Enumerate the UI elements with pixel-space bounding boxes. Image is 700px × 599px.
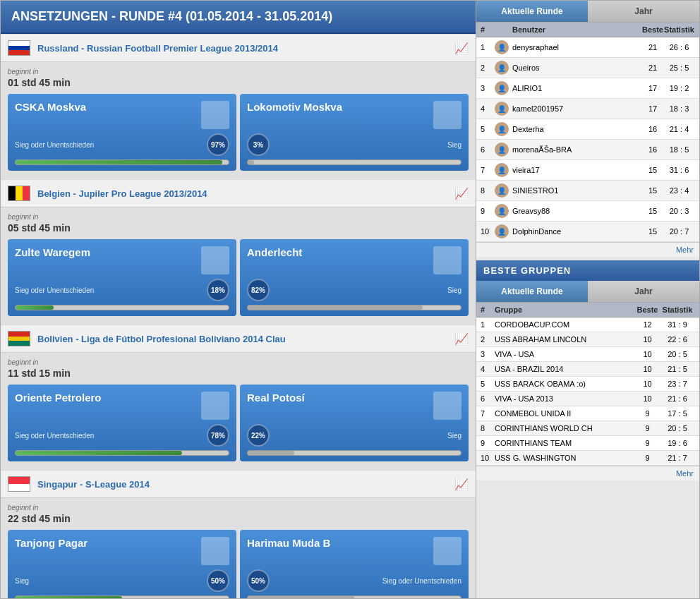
- team1-percent-russia: 97%: [207, 133, 229, 156]
- team2-percent-bolivia: 22%: [247, 424, 270, 447]
- team2-bet-bolivia: Sieg: [447, 432, 461, 440]
- group-rank-7: 8: [481, 424, 495, 432]
- groups-table-header: # Gruppe Beste Statistik: [476, 303, 699, 317]
- group-beste-7: 9: [635, 424, 660, 432]
- league-header-bolivia: Bolivien - Liga de Fútbol Profesional Bo…: [1, 325, 476, 353]
- group-stat-2: 20 : 5: [660, 350, 695, 358]
- user-avatar-3: 👤: [495, 102, 512, 116]
- user-row-3: 4 👤 kamel2001957 17 18 : 3: [476, 99, 699, 119]
- match-area-russia: beginnt in 01 std 45 min CSKA Moskva Sie…: [1, 62, 476, 179]
- group-rank-3: 4: [481, 365, 495, 373]
- chart-icon-belgium[interactable]: 📈: [454, 187, 469, 200]
- group-row-6: 7 CONMEBOL UNIDA II 9 17 : 5: [476, 406, 699, 421]
- team1-card-singapore: Tanjong Pagar Sieg 50%: [8, 530, 236, 599]
- user-rank-7: 8: [481, 186, 495, 195]
- group-stat-3: 21 : 5: [660, 365, 695, 373]
- team1-name-bolivia: Oriente Petrolero: [15, 392, 201, 404]
- user-avatar-1: 👤: [495, 61, 512, 75]
- group-rank-0: 1: [481, 320, 495, 329]
- col-benutzer: Benutzer: [512, 25, 642, 34]
- user-name-0: denysraphael: [512, 43, 642, 52]
- group-beste-3: 10: [635, 365, 660, 373]
- avatar-circle-7: 👤: [495, 183, 509, 198]
- user-name-2: ALIRIO1: [512, 84, 642, 92]
- user-rank-0: 1: [481, 43, 495, 52]
- groups-table: # Gruppe Beste Statistik 1 CORDOBACUP.CO…: [476, 303, 699, 466]
- user-rank-5: 6: [481, 145, 495, 154]
- user-stat-2: 19 : 2: [663, 84, 695, 92]
- mehr-users-link[interactable]: Mehr: [476, 242, 699, 257]
- user-row-6: 7 👤 vieira17 15 31 : 6: [476, 160, 699, 181]
- team1-percent-belgium: 18%: [207, 279, 229, 301]
- team1-thumb-belgium: [201, 246, 229, 274]
- user-name-3: kamel2001957: [512, 104, 642, 113]
- team2-percent-belgium: 82%: [247, 279, 270, 301]
- group-stat-1: 22 : 6: [660, 335, 695, 344]
- group-beste-6: 9: [635, 409, 660, 418]
- mehr-groups-link[interactable]: Mehr: [476, 466, 699, 480]
- match-area-belgium: beginnt in 05 std 45 min Zulte Waregem S…: [1, 207, 476, 325]
- group-name-5: VIVA - USA 2013: [495, 394, 635, 403]
- league-name-singapore[interactable]: Singapur - S-League 2014: [37, 479, 454, 490]
- user-beste-3: 17: [642, 104, 663, 113]
- user-beste-0: 21: [642, 43, 663, 52]
- group-name-6: CONMEBOL UNIDA II: [495, 409, 635, 418]
- tab-jahr-bottom[interactable]: Jahr: [588, 281, 699, 302]
- league-russia: Russland - Russian Football Premier Leag…: [1, 34, 476, 179]
- chart-icon-bolivia[interactable]: 📈: [454, 332, 469, 346]
- col-gruppe: Gruppe: [495, 305, 635, 314]
- user-beste-2: 17: [642, 84, 663, 92]
- chart-icon-russia[interactable]: 📈: [454, 42, 469, 55]
- user-avatar-2: 👤: [495, 81, 512, 95]
- group-stat-5: 21 : 6: [660, 394, 695, 403]
- user-beste-5: 16: [642, 145, 663, 154]
- user-row-0: 1 👤 denysraphael 21 26 : 6: [476, 37, 699, 58]
- user-beste-9: 15: [642, 227, 663, 236]
- user-beste-7: 15: [642, 186, 663, 195]
- avatar-circle-2: 👤: [495, 81, 509, 95]
- group-row-3: 4 USA - BRAZIL 2014 10 21 : 5: [476, 362, 699, 377]
- user-row-9: 10 👤 DolphinDance 15 20 : 7: [476, 222, 699, 242]
- user-row-8: 9 👤 Greavsy88 15 20 : 3: [476, 201, 699, 222]
- chart-icon-singapore[interactable]: 📈: [454, 478, 469, 491]
- begins-label-singapore: beginnt in: [8, 504, 469, 512]
- group-name-0: CORDOBACUP.COM: [495, 320, 635, 329]
- league-singapore: Singapur - S-League 2014 📈 beginnt in 22…: [1, 470, 476, 599]
- league-name-bolivia[interactable]: Bolivien - Liga de Fútbol Profesional Bo…: [37, 334, 454, 344]
- group-name-4: USS BARACK OBAMA :o): [495, 380, 635, 388]
- tab-aktuelle-runde-top[interactable]: Aktuelle Runde: [476, 1, 588, 22]
- time-belgium: 05 std 45 min: [8, 222, 469, 234]
- user-name-8: Greavsy88: [512, 207, 642, 215]
- page-title: ANSETZUNGEN - RUNDE #4 (01.05.2014 - 31.…: [1, 1, 476, 34]
- team2-percent-singapore: 50%: [247, 569, 270, 592]
- group-stat-6: 17 : 5: [660, 409, 695, 418]
- team1-card-bolivia: Oriente Petrolero Sieg oder Unentschiede…: [8, 385, 236, 461]
- team2-bet-singapore: Sieg oder Unentschieden: [382, 577, 461, 585]
- tab-aktuelle-runde-bottom[interactable]: Aktuelle Runde: [476, 281, 588, 302]
- team2-card-russia: Lokomotiv Moskva 3% Sieg: [240, 94, 469, 171]
- user-stat-8: 20 : 3: [663, 207, 695, 215]
- league-name-russia[interactable]: Russland - Russian Football Premier Leag…: [37, 43, 454, 54]
- group-name-1: USS ABRAHAM LINCOLN: [495, 335, 635, 344]
- user-stat-6: 31 : 6: [663, 166, 695, 174]
- group-stat-7: 20 : 5: [660, 424, 695, 432]
- user-beste-1: 21: [642, 63, 663, 72]
- teams-row-russia: CSKA Moskva Sieg oder Unentschieden 97% …: [8, 94, 469, 171]
- league-name-belgium[interactable]: Belgien - Jupiler Pro League 2013/2014: [37, 188, 454, 199]
- user-stat-5: 18 : 5: [663, 145, 695, 154]
- flag-singapore: [8, 476, 30, 492]
- user-beste-6: 15: [642, 166, 663, 174]
- group-rank-1: 2: [481, 335, 495, 344]
- user-avatar-4: 👤: [495, 122, 512, 136]
- teams-row-bolivia: Oriente Petrolero Sieg oder Unentschiede…: [8, 385, 469, 461]
- team1-thumb-bolivia: [201, 392, 229, 420]
- team1-name-singapore: Tanjong Pagar: [15, 537, 201, 550]
- teams-row-belgium: Zulte Waregem Sieg oder Unentschieden 18…: [8, 239, 469, 316]
- user-rank-9: 10: [481, 227, 495, 236]
- col-beste: Beste: [642, 25, 663, 34]
- group-name-9: USS G. WASHINGTON: [495, 454, 635, 462]
- tab-jahr-top[interactable]: Jahr: [588, 1, 699, 22]
- avatar-circle-3: 👤: [495, 102, 509, 116]
- team2-name-belgium: Anderlecht: [247, 246, 433, 259]
- user-beste-8: 15: [642, 207, 663, 215]
